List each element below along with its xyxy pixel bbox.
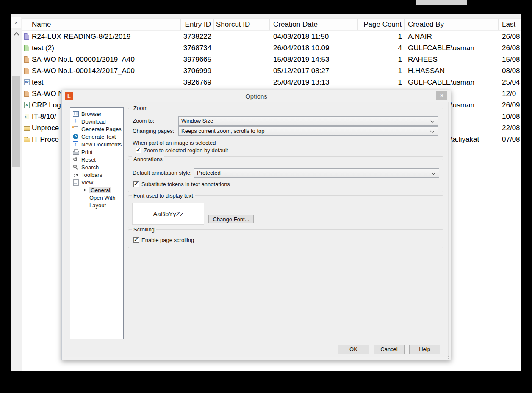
tree-item-label: General xyxy=(89,187,111,193)
changing-pages-select[interactable]: Keeps current zoom, scrolls to top xyxy=(178,126,438,136)
zoom-region-checkbox[interactable] xyxy=(136,148,141,153)
cell-last: 10/08 xyxy=(499,113,522,121)
scrolling-checkbox[interactable] xyxy=(133,237,139,243)
shortcut-icon xyxy=(23,113,30,120)
annotation-style-value: Protected xyxy=(197,170,221,176)
cell-creation-date: 05/12/2017 08:27 xyxy=(270,67,358,75)
tree-item-label: Layout xyxy=(89,202,106,209)
tree-item-label: Open With xyxy=(89,195,115,201)
table-top-margin xyxy=(22,14,521,18)
chevron-down-icon xyxy=(432,171,436,175)
cell-page-count: 1 xyxy=(358,67,405,75)
word-document-icon xyxy=(23,79,30,86)
tree-item-download[interactable]: Download xyxy=(70,118,123,125)
letterbox-right xyxy=(521,0,532,393)
change-font-button[interactable]: Change Font... xyxy=(208,215,254,223)
column-header-last[interactable]: Last xyxy=(499,19,521,30)
changing-pages-label: Changing pages: xyxy=(133,128,174,134)
cell-creation-date: 25/04/2019 13:13 xyxy=(270,78,358,87)
tree-item-search[interactable]: Search xyxy=(70,163,123,171)
tree-item-generate-text[interactable]: Generate Text xyxy=(70,133,123,140)
tree-item-open-with[interactable]: Open With xyxy=(70,194,123,201)
cell-created-by: GULFCABLE\usman xyxy=(405,78,499,87)
scrollbar-thumb[interactable] xyxy=(12,76,20,167)
column-header-name[interactable]: Name xyxy=(22,19,181,30)
cell-last: 15/08 xyxy=(499,55,522,64)
dialog-close-button[interactable]: × xyxy=(436,91,447,100)
cell-creation-date: 04/03/2018 11:50 xyxy=(270,33,358,41)
excel-document-icon xyxy=(23,102,30,109)
help-button[interactable]: Help xyxy=(409,345,440,354)
tree-item-layout[interactable]: Layout xyxy=(70,201,123,209)
dialog-titlebar[interactable]: L Options × xyxy=(62,90,451,102)
tree-item-general[interactable]: General xyxy=(70,186,123,194)
reset-icon xyxy=(72,156,79,163)
cancel-button[interactable]: Cancel xyxy=(374,345,405,354)
zoom-to-select[interactable]: Window Size xyxy=(178,116,438,126)
tree-item-generate-pages[interactable]: Generate Pages xyxy=(70,125,123,133)
cell-entry-id: 3738222 xyxy=(181,33,214,41)
cell-name: SA-WO No.L-000142/2017_A00 xyxy=(22,67,181,75)
new-documents-icon xyxy=(72,141,79,148)
scrolling-checkbox-row: Enable page scrolling xyxy=(133,237,194,243)
file-name: test xyxy=(32,78,43,87)
scroll-up-icon[interactable] xyxy=(14,32,19,38)
tree-item-toolbars[interactable]: Toolbars xyxy=(70,171,123,179)
table-row[interactable]: test392676925/04/2019 13:131GULFCABLE\us… xyxy=(22,77,521,88)
file-name: test (2) xyxy=(32,44,54,52)
dialog-client-area: BrowserDownloadGenerate PagesGenerate Te… xyxy=(64,102,449,357)
cell-last: 22/08 xyxy=(499,124,522,132)
tree-item-label: View xyxy=(81,179,93,186)
zoom-group: Zoom Zoom to: Window Size Changing pages… xyxy=(128,108,443,157)
cell-name: SA-WO No.L-000001/2019_A40 xyxy=(22,55,181,64)
pane-close-icon[interactable]: × xyxy=(11,17,21,28)
font-group-title: Font used to display text xyxy=(132,192,195,199)
print-icon xyxy=(72,148,79,155)
column-header-page-count[interactable]: Page Count xyxy=(358,19,405,30)
tree-item-label: Print xyxy=(81,149,93,155)
laserfiche-logo-icon: L xyxy=(65,92,73,100)
tree-item-label: Generate Text xyxy=(81,134,116,140)
browser-icon xyxy=(72,110,79,117)
table-row[interactable]: SA-WO No.L-000142/2017_A00370699905/12/2… xyxy=(22,65,521,77)
tree-item-browser[interactable]: Browser xyxy=(70,110,123,118)
zoom-to-value: Window Size xyxy=(181,118,213,124)
table-row[interactable]: test (2)376873426/04/2018 10:094GULFCABL… xyxy=(22,42,521,54)
font-group: Font used to display text AaBbYyZz Chang… xyxy=(128,195,443,228)
tree-item-new-documents[interactable]: New Documents xyxy=(70,140,123,148)
cell-name: test (2) xyxy=(22,44,181,52)
cell-creation-date: 15/08/2019 14:53 xyxy=(270,55,358,64)
file-name: SA-WO No.L-000142/2017_A00 xyxy=(32,67,135,75)
annotation-style-select[interactable]: Protected xyxy=(194,168,439,178)
image-selected-label: When part of an image is selected xyxy=(133,140,216,146)
column-header-shortcut-id[interactable]: Shorcut ID xyxy=(214,19,270,30)
tree-item-print[interactable]: Print xyxy=(70,148,123,156)
tree-item-label: Toolbars xyxy=(81,172,102,178)
column-header-entry-id[interactable]: Entry ID xyxy=(181,19,214,30)
zoom-region-checkbox-row: Zoom to selected region by default xyxy=(136,147,228,154)
annotation-style-label: Default annotation style: xyxy=(133,170,191,176)
cell-last: 26/09 xyxy=(499,101,522,110)
column-header-creation-date[interactable]: Creation Date xyxy=(270,19,358,30)
purple-document-icon xyxy=(23,33,30,40)
generate-text-icon xyxy=(72,133,79,140)
table-row[interactable]: SA-WO No.L-000001/2019_A40397966515/08/2… xyxy=(22,54,521,65)
cell-last: 12/0 xyxy=(499,90,521,98)
tokens-checkbox-row: Substitute tokens in text annotations xyxy=(133,181,230,187)
folder-icon xyxy=(23,124,30,132)
download-icon xyxy=(72,118,79,125)
tree-item-view[interactable]: View xyxy=(70,179,123,186)
tan-document-icon xyxy=(23,67,30,74)
cell-last: 07/08 xyxy=(499,135,522,144)
tree-item-reset[interactable]: Reset xyxy=(70,156,123,163)
selected-caret-icon xyxy=(84,188,86,192)
cell-page-count: 4 xyxy=(358,44,405,52)
column-header-created-by[interactable]: Created By xyxy=(405,19,499,30)
tokens-checkbox[interactable] xyxy=(133,181,139,187)
ok-button[interactable]: OK xyxy=(338,345,369,354)
scrolling-group: Scrolling Enable page scrolling xyxy=(128,229,443,248)
letterbox-left xyxy=(0,0,11,393)
table-row[interactable]: R24-LUX READING-8/21/2019373822204/03/20… xyxy=(22,31,521,42)
file-name: IT Proce xyxy=(32,135,59,144)
scrolling-group-title: Scrolling xyxy=(132,226,156,233)
